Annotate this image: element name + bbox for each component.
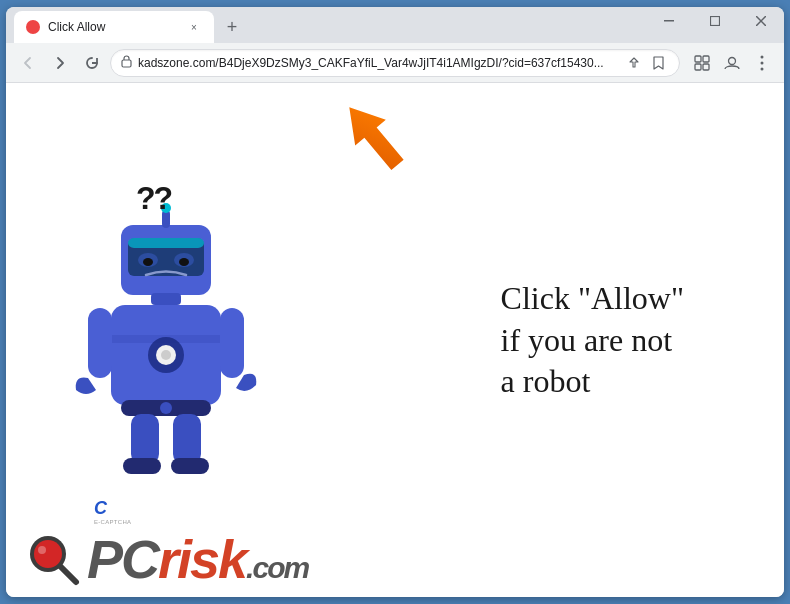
svg-rect-36 [171, 458, 209, 474]
svg-rect-32 [220, 308, 244, 378]
profile-button[interactable] [718, 49, 746, 77]
tabs-area: Click Allow × + [14, 7, 246, 43]
back-button[interactable] [14, 49, 42, 77]
svg-rect-23 [151, 293, 181, 305]
svg-point-39 [38, 546, 46, 554]
svg-point-12 [761, 67, 764, 70]
ecaptcha-label: E-CAPTCHA [94, 519, 131, 525]
maximize-button[interactable] [692, 7, 738, 35]
svg-marker-13 [335, 95, 413, 178]
svg-point-19 [143, 258, 153, 266]
svg-point-11 [761, 61, 764, 64]
url-display: kadszone.com/B4DjeX9DzSMy3_CAKFaYfiL_Var… [138, 56, 617, 70]
svg-point-38 [34, 540, 62, 568]
svg-rect-33 [131, 414, 159, 464]
robot-svg [66, 180, 266, 480]
address-actions [623, 52, 669, 74]
address-bar[interactable]: kadszone.com/B4DjeX9DzSMy3_CAKFaYfiL_Var… [110, 49, 680, 77]
tab-title: Click Allow [48, 20, 178, 34]
svg-rect-0 [664, 20, 674, 22]
robot-message: Click "Allow" if you are not a robot [501, 278, 684, 403]
forward-button[interactable] [46, 49, 74, 77]
svg-point-28 [161, 350, 171, 360]
svg-point-10 [761, 55, 764, 58]
navigation-bar: kadszone.com/B4DjeX9DzSMy3_CAKFaYfiL_Var… [6, 43, 784, 83]
pcrisk-icon [26, 532, 81, 587]
pcrisk-logo: PCrisk.com [87, 535, 308, 584]
svg-rect-1 [711, 17, 720, 26]
arrow-indicator [335, 93, 415, 187]
svg-rect-4 [122, 60, 131, 67]
svg-line-40 [61, 567, 76, 582]
svg-point-20 [179, 258, 189, 266]
svg-rect-5 [695, 56, 701, 62]
robot-text-line1: Click "Allow" [501, 278, 684, 320]
minimize-button[interactable] [646, 7, 692, 35]
toolbar-actions [688, 49, 776, 77]
bookmark-button[interactable] [647, 52, 669, 74]
pcrisk-watermark: PCrisk.com [26, 532, 308, 587]
active-tab[interactable]: Click Allow × [14, 11, 214, 43]
tab-favicon [26, 20, 40, 34]
tab-close-button[interactable]: × [186, 19, 202, 35]
page-inner: ?? [6, 83, 784, 597]
svg-rect-7 [695, 64, 701, 70]
pcrisk-logo-risk: risk [158, 529, 246, 589]
menu-button[interactable] [748, 49, 776, 77]
svg-point-30 [160, 402, 172, 414]
ecaptcha-c-icon: C [94, 498, 131, 519]
new-tab-button[interactable]: + [218, 13, 246, 41]
question-marks: ?? [136, 180, 171, 217]
window-controls [646, 7, 784, 35]
robot-illustration: ?? [66, 180, 286, 500]
pcrisk-logo-domain: .com [246, 551, 308, 584]
robot-text-line2: if you are not [501, 319, 684, 361]
page-content: ?? [6, 83, 784, 597]
robot-text-line3: a robot [501, 361, 684, 403]
pcrisk-text-container: PCrisk.com [87, 535, 308, 584]
refresh-button[interactable] [78, 49, 106, 77]
security-lock-icon [121, 55, 132, 70]
svg-rect-16 [128, 238, 204, 248]
share-button[interactable] [623, 52, 645, 74]
svg-rect-8 [703, 64, 709, 70]
browser-window: Click Allow × + [6, 7, 784, 597]
svg-rect-35 [123, 458, 161, 474]
title-bar: Click Allow × + [6, 7, 784, 43]
ecaptcha-badge: C E-CAPTCHA [94, 498, 131, 525]
extensions-button[interactable] [688, 49, 716, 77]
svg-rect-31 [88, 308, 112, 378]
close-button[interactable] [738, 7, 784, 35]
svg-rect-34 [173, 414, 201, 464]
svg-rect-6 [703, 56, 709, 62]
svg-point-9 [729, 57, 736, 64]
